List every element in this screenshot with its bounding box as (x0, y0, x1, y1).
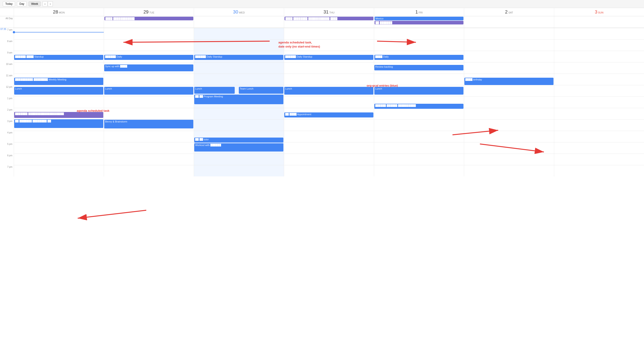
grid-cell-mon (14, 142, 104, 154)
allday-event-fri-1[interactable]: Mexico (374, 17, 464, 20)
event-mon-weekly-meeting[interactable]: ██████████ ████████ Weekly Meeting (14, 78, 103, 85)
grid-cell-sun (554, 131, 644, 142)
grid-cell-sun (554, 51, 644, 62)
event-mon-standup[interactable]: ██████ ████ Standup (14, 55, 103, 60)
next-button[interactable]: › (48, 1, 53, 6)
event-thu-lunch[interactable]: Lunch (284, 87, 374, 94)
allday-mon (14, 16, 104, 28)
grid-cell-mon (14, 97, 104, 108)
event-wed-tutor[interactable]: ██ ██ tutor (194, 138, 284, 142)
time-slot-10am: 10 am (0, 62, 14, 74)
event-thu-appointment[interactable]: ██ ████ Appointment (284, 112, 374, 118)
grid-cell-fri (374, 165, 464, 176)
grid-cell-sun (554, 28, 644, 39)
event-fri-review[interactable]: Review backlog (374, 65, 464, 70)
time-slot-9am: 9 am (0, 51, 14, 62)
time-slot-5pm: 5 pm (0, 142, 14, 154)
grid-cell-wed (194, 28, 284, 39)
grid-cell-thu (284, 120, 374, 131)
day-header-mon: 28 Mon (14, 8, 104, 16)
allday-sat (464, 16, 554, 28)
grid (14, 28, 644, 351)
grid-cell-tue (104, 97, 194, 108)
event-thu-standup[interactable]: ██████ Daily Standup (284, 55, 374, 60)
event-tue-daily[interactable]: ██████ Daily (104, 55, 193, 60)
grid-cell-wed (194, 40, 284, 51)
time-slot-12pm: 12 pm (0, 85, 14, 96)
grid-cell-wed (194, 154, 284, 165)
calendar-container: 28 Mon 29 Tue 30 Wed 31 Thu 1 Fri 2 Sat … (0, 8, 644, 351)
grid-cell-tue (104, 28, 194, 39)
day-header-sun: 3 Sun (554, 8, 644, 16)
event-sat-birthday[interactable]: ████ birthday (464, 78, 554, 85)
grid-cell-tue (104, 165, 194, 176)
event-tue-syncup[interactable]: Sync up with ████ (104, 64, 193, 71)
day-header-wed: 30 Wed (194, 8, 284, 16)
event-mon-scheduled-task[interactable]: ███████ ████████████████████ (14, 112, 103, 118)
event-tue-lunch[interactable]: Lunch (104, 87, 193, 94)
allday-label: All Day (0, 16, 14, 28)
grid-cell-thu (284, 142, 374, 154)
event-tue-bevvy[interactable]: Bevvy & Brainstorm (104, 120, 193, 128)
grid-cell-thu (284, 74, 374, 85)
day-button[interactable]: Day (17, 1, 27, 6)
day-header-thu: 31 Thu (284, 8, 374, 16)
event-wed-standup[interactable]: ██████ Daily Standup (194, 55, 284, 60)
allday-event-fri-2[interactable]: ██ ███████ (374, 21, 464, 24)
grid-cell-sat (464, 165, 554, 176)
time-column: 07:35 7 am 8 am 9 am 10 am 11 am 12 pm 1… (0, 28, 14, 351)
event-mon-blue-4pm[interactable]: ██ ███████ ████████ ██ (14, 119, 103, 128)
grid-cell-tue (104, 154, 194, 165)
grid-cell-sat (464, 154, 554, 165)
grid-cell-fri (374, 74, 464, 85)
event-wed-lunch[interactable]: Lunch (194, 87, 235, 94)
allday-sun (554, 16, 644, 28)
time-slot-6pm: 6 pm (0, 154, 14, 165)
grid-cell-mon (14, 62, 104, 74)
grid-cell-sun (554, 62, 644, 74)
grid-cell-thu (284, 28, 374, 39)
grid-cell-sun (554, 85, 644, 96)
event-wed-team-lunch[interactable]: Team Lunch (239, 87, 284, 94)
grid-cell-mon (14, 40, 104, 51)
prev-button[interactable]: ‹ (42, 1, 48, 6)
grid-area: ██████ ████ Standup ██████████ ████████ … (14, 28, 644, 351)
allday-event-tue-1[interactable]: ████ ████████████ (104, 17, 193, 20)
time-slot-3pm: 3 pm (0, 119, 14, 131)
toolbar: Today Day Week ‹ › (0, 0, 644, 8)
time-slot-4pm: 4 pm (0, 131, 14, 142)
grid-cell-sun (554, 74, 644, 85)
event-fri-lunch[interactable]: Lunch (374, 87, 464, 94)
grid-cell-fri (374, 40, 464, 51)
grid-cell-tue (104, 74, 194, 85)
grid-cell-wed (194, 74, 284, 85)
allday-wed (194, 16, 284, 28)
grid-cell-tue (104, 40, 194, 51)
grid-cell-mon (14, 165, 104, 176)
grid-cell-wed (194, 120, 284, 131)
event-mon-lunch[interactable]: Lunch (14, 87, 103, 94)
grid-cell-mon (14, 28, 104, 39)
grid-cell-wed (194, 62, 284, 74)
grid-cell-fri (374, 142, 464, 154)
grid-cell-tue (104, 131, 194, 142)
allday-event-thu-1[interactable]: ████ ████████ ████████████ ████ (284, 17, 374, 20)
event-fri-daily[interactable]: ████ Daily (374, 55, 464, 60)
time-slot-2pm: 2 pm (0, 108, 14, 119)
grid-cell-sun (554, 97, 644, 108)
scroll-area[interactable]: 07:35 7 am 8 am 9 am 10 am 11 am 12 pm 1… (0, 28, 644, 351)
grid-cell-sat (464, 85, 554, 96)
time-slot-11am: 11 am (0, 74, 14, 85)
today-button[interactable]: Today (3, 1, 15, 6)
grid-cell-sun (554, 154, 644, 165)
event-fri-blue-2pm[interactable]: ██████ ██████ ██████████ (374, 104, 464, 109)
event-wed-program-meeting[interactable]: ██ ██ Program Meeting (194, 94, 284, 104)
time-slot-1pm: 1 pm (0, 96, 14, 108)
allday-thu: ████ ████████ ████████████ ████ (284, 16, 374, 28)
grid-cell-sat (464, 108, 554, 119)
day-header-tue: 29 Tue (104, 8, 194, 16)
week-button[interactable]: Week (28, 1, 40, 6)
grid-cell-thu (284, 131, 374, 142)
grid-cell-fri (374, 28, 464, 39)
event-wed-workout[interactable]: Workout with ██████ (194, 143, 284, 152)
